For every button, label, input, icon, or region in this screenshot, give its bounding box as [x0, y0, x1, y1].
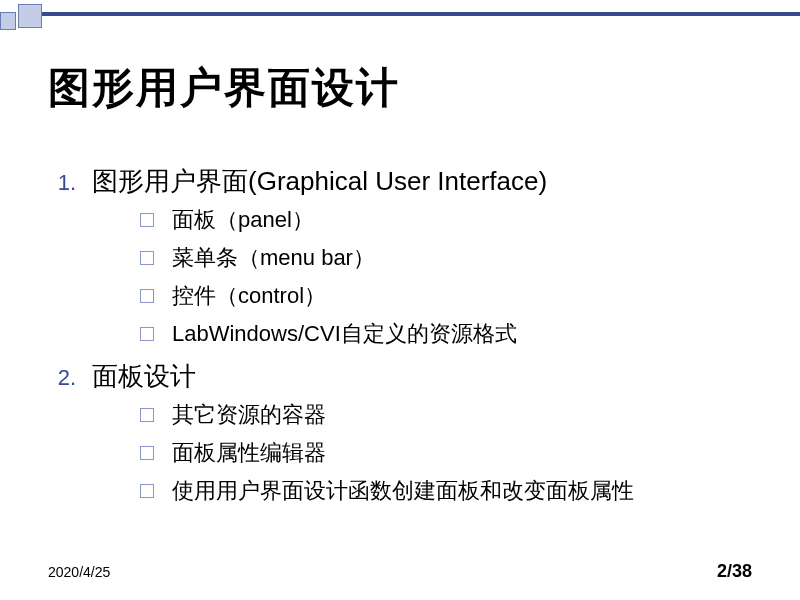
list-marker: 1. [50, 170, 92, 196]
sub-text: 菜单条（menu bar） [172, 243, 375, 273]
dec-square-2 [18, 4, 42, 28]
slide-title: 图形用户界面设计 [48, 60, 800, 116]
sub-marker-icon [140, 289, 154, 303]
footer-page: 2/38 [717, 561, 752, 582]
sub-item: 控件（control） [140, 281, 800, 311]
sub-text: 使用用户界面设计函数创建面板和改变面板属性 [172, 476, 634, 506]
slide-content: 1. 图形用户界面(Graphical User Interface) 面板（p… [50, 164, 800, 506]
list-text: 图形用户界面(Graphical User Interface) [92, 164, 547, 199]
sub-text: 面板属性编辑器 [172, 438, 326, 468]
footer-date: 2020/4/25 [48, 564, 110, 580]
slide-decoration [0, 0, 800, 30]
sub-marker-icon [140, 251, 154, 265]
sub-text: 面板（panel） [172, 205, 314, 235]
sub-item: 菜单条（menu bar） [140, 243, 800, 273]
sub-text: 控件（control） [172, 281, 326, 311]
sub-marker-icon [140, 446, 154, 460]
sub-marker-icon [140, 408, 154, 422]
sub-item: 面板属性编辑器 [140, 438, 800, 468]
sub-item: LabWindows/CVI自定义的资源格式 [140, 319, 800, 349]
sub-marker-icon [140, 327, 154, 341]
sub-marker-icon [140, 484, 154, 498]
list-text: 面板设计 [92, 359, 196, 394]
sub-text: 其它资源的容器 [172, 400, 326, 430]
sub-item: 其它资源的容器 [140, 400, 800, 430]
dec-line [42, 12, 800, 16]
slide-footer: 2020/4/25 2/38 [48, 561, 752, 582]
list-item: 2. 面板设计 [50, 359, 800, 394]
sub-item: 面板（panel） [140, 205, 800, 235]
sub-item: 使用用户界面设计函数创建面板和改变面板属性 [140, 476, 800, 506]
list-item: 1. 图形用户界面(Graphical User Interface) [50, 164, 800, 199]
list-marker: 2. [50, 365, 92, 391]
dec-square-1 [0, 12, 16, 30]
sub-list: 面板（panel） 菜单条（menu bar） 控件（control） LabW… [140, 205, 800, 349]
sub-text: LabWindows/CVI自定义的资源格式 [172, 319, 517, 349]
sub-marker-icon [140, 213, 154, 227]
sub-list: 其它资源的容器 面板属性编辑器 使用用户界面设计函数创建面板和改变面板属性 [140, 400, 800, 506]
